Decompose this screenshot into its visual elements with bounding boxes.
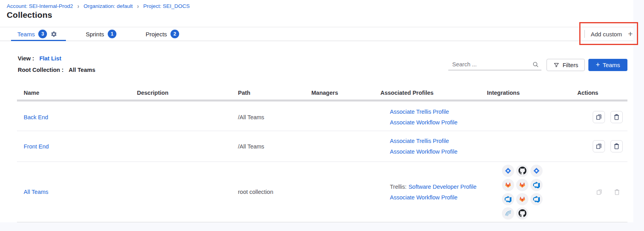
clone-button[interactable] [593, 111, 605, 123]
delete-button[interactable] [610, 111, 623, 123]
collections-page: Account: SEI-Internal-Prod2 › Organizati… [0, 0, 644, 231]
collection-name-link[interactable]: All Teams [24, 189, 49, 195]
integration-icons-grid [502, 165, 543, 220]
content-card: Account: SEI-Internal-Prod2 › Organizati… [0, 0, 633, 222]
filters-label: Filters [563, 62, 578, 68]
table-body: Back End /All Teams Associate Trellis Pr… [17, 103, 627, 222]
filters-button[interactable]: Filters [547, 59, 585, 71]
column-header-name: Name [17, 90, 130, 96]
breadcrumb: Account: SEI-Internal-Prod2 › Organizati… [7, 3, 190, 9]
table-row-front-end: Front End /All Teams Associate Trellis P… [17, 131, 627, 162]
column-header-managers: Managers [305, 90, 374, 96]
associate-workflow-profile-link[interactable]: Associate Workflow Profile [390, 148, 457, 155]
tab-sprints-label: Sprints [86, 31, 104, 38]
jira-icon [502, 165, 514, 177]
table-row-back-end: Back End /All Teams Associate Trellis Pr… [17, 103, 627, 131]
plus-icon: + [596, 61, 600, 68]
delete-button[interactable] [610, 140, 623, 152]
tab-projects[interactable]: Projects 2 [146, 27, 179, 41]
column-header-associated-profiles: Associated Profiles [374, 90, 480, 96]
root-collection-value: All Teams [69, 67, 95, 73]
collection-name-link[interactable]: Front End [24, 143, 49, 150]
integrations-cell [480, 165, 571, 220]
tab-projects-label: Projects [146, 31, 167, 38]
table-row-all-teams: All Teams root collection Trellis:Softwa… [17, 162, 627, 222]
tab-sprints[interactable]: Sprints 1 [86, 27, 116, 41]
funnel-icon [553, 62, 560, 68]
search-input[interactable] [452, 61, 532, 68]
gear-icon[interactable] [51, 31, 57, 38]
azure-devops-icon [530, 179, 543, 191]
software-developer-profile-link[interactable]: Software Developer Profile [408, 184, 476, 190]
actions-cell [571, 111, 627, 123]
tab-teams-count-badge: 3 [38, 30, 47, 38]
associated-profiles-cell: Associate Trellis Profile Associate Work… [374, 138, 480, 155]
path-cell: /All Teams [231, 114, 305, 120]
jira-icon [530, 165, 543, 177]
breadcrumb-project-link[interactable]: Project: SEI_DOCS [143, 3, 190, 9]
path-cell: /All Teams [231, 143, 305, 150]
plus-icon: + [628, 30, 633, 38]
trellis-prefix: Trellis: [390, 184, 406, 190]
path-cell: root collection [231, 189, 305, 195]
associate-workflow-profile-link[interactable]: Associate Workflow Profile [390, 194, 457, 201]
associated-profiles-cell: Associate Trellis Profile Associate Work… [374, 109, 480, 126]
breadcrumb-account-link[interactable]: Account: SEI-Internal-Prod2 [7, 3, 73, 9]
column-header-description: Description [130, 90, 231, 96]
clone-button[interactable] [593, 140, 605, 152]
gitlab-icon [516, 179, 528, 191]
column-header-actions: Actions [571, 90, 627, 96]
view-flat-list-link[interactable]: Flat List [39, 55, 62, 62]
page-title: Collections [7, 10, 52, 20]
column-header-path: Path [231, 90, 305, 96]
gitlab-icon [516, 193, 528, 205]
associated-profiles-cell: Trellis:Software Developer Profile Assoc… [374, 184, 480, 201]
associate-workflow-profile-link[interactable]: Associate Workflow Profile [390, 119, 457, 126]
gitlab-icon [502, 179, 514, 191]
tab-projects-count-badge: 2 [170, 30, 179, 38]
github-icon [516, 207, 528, 220]
column-header-integrations: Integrations [480, 90, 571, 96]
view-label: View : [18, 55, 34, 62]
new-teams-button[interactable]: + Teams [588, 59, 627, 71]
azure-devops-icon [530, 193, 543, 205]
search-box [448, 58, 541, 70]
root-collection-row: Root Collection : All Teams [18, 67, 95, 73]
tab-teams[interactable]: Teams 3 [11, 27, 66, 41]
vertical-divider [584, 30, 585, 38]
associate-trellis-profile-link[interactable]: Associate Trellis Profile [390, 138, 449, 144]
breadcrumb-organization-link[interactable]: Organization: default [84, 3, 133, 9]
chevron-right-icon: › [137, 2, 139, 9]
collection-name-link[interactable]: Back End [24, 114, 48, 120]
new-teams-button-label: Teams [603, 62, 620, 68]
root-collection-label: Root Collection : [18, 67, 64, 73]
add-custom-label: Add custom [591, 31, 622, 38]
azure-devops-icon [502, 193, 514, 205]
actions-cell [571, 188, 627, 196]
chevron-right-icon: › [77, 2, 79, 9]
tab-teams-label: Teams [17, 31, 35, 38]
table-header-row: Name Description Path Managers Associate… [17, 86, 627, 101]
sonarqube-icon [502, 207, 514, 220]
search-icon[interactable] [532, 61, 539, 68]
associate-trellis-profile-link[interactable]: Associate Trellis Profile [390, 109, 449, 115]
tab-sprints-count-badge: 1 [108, 30, 116, 38]
view-row: View : Flat List [18, 55, 61, 62]
tab-bar: Teams 3 Sprints 1 Projects 2 [0, 27, 633, 41]
clone-button-disabled [595, 188, 603, 196]
add-custom-button[interactable]: Add custom + [584, 27, 633, 41]
actions-cell [571, 140, 627, 152]
delete-button-disabled [613, 188, 621, 196]
github-icon [516, 165, 528, 177]
